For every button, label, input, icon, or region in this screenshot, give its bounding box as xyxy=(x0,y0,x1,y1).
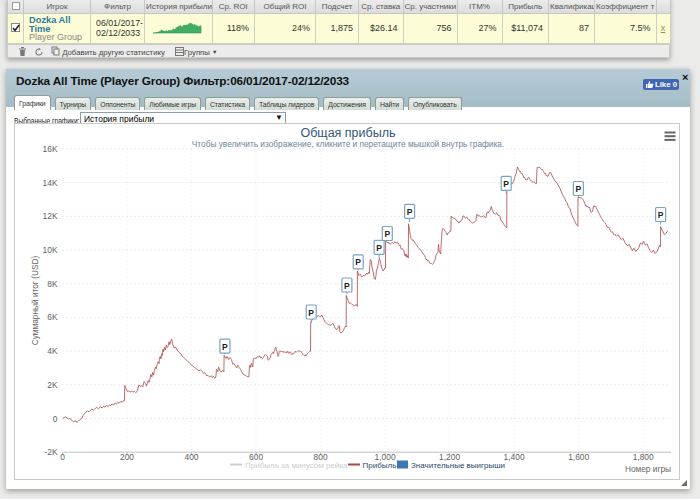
svg-text:Прибыль: Прибыль xyxy=(363,461,397,470)
svg-text:P: P xyxy=(308,308,314,318)
svg-text:P: P xyxy=(407,207,413,217)
svg-text:1,400: 1,400 xyxy=(504,452,525,462)
svg-text:1,800: 1,800 xyxy=(633,452,654,462)
svg-text:P: P xyxy=(503,179,509,189)
svg-text:P: P xyxy=(355,257,361,267)
svg-text:P: P xyxy=(658,210,664,220)
svg-text:6K: 6K xyxy=(47,312,58,322)
svg-text:200: 200 xyxy=(120,452,134,462)
svg-text:0: 0 xyxy=(60,452,65,462)
svg-text:Значительные выигрыши: Значительные выигрыши xyxy=(411,461,505,470)
svg-text:400: 400 xyxy=(185,452,199,462)
svg-text:-2K: -2K xyxy=(44,447,57,457)
svg-text:8K: 8K xyxy=(47,279,58,289)
svg-text:1,600: 1,600 xyxy=(568,452,589,462)
svg-text:0: 0 xyxy=(53,414,58,424)
svg-text:2K: 2K xyxy=(47,380,58,390)
svg-text:12K: 12K xyxy=(43,211,58,221)
svg-text:16K: 16K xyxy=(43,144,58,154)
svg-text:4K: 4K xyxy=(47,346,58,356)
svg-text:10K: 10K xyxy=(43,245,58,255)
svg-text:P: P xyxy=(576,184,582,194)
svg-text:Номер игры: Номер игры xyxy=(625,464,671,474)
svg-text:Прибыль за минусом рейка: Прибыль за минусом рейка xyxy=(245,461,348,470)
svg-text:P: P xyxy=(344,281,350,291)
svg-text:P: P xyxy=(384,229,390,239)
svg-text:Чтобы увеличить изображение, к: Чтобы увеличить изображение, кликните и … xyxy=(192,139,504,149)
svg-text:14K: 14K xyxy=(43,178,58,188)
svg-text:Суммарный итог (USD): Суммарный итог (USD) xyxy=(30,256,40,346)
svg-text:P: P xyxy=(376,243,382,253)
svg-text:P: P xyxy=(222,342,228,352)
